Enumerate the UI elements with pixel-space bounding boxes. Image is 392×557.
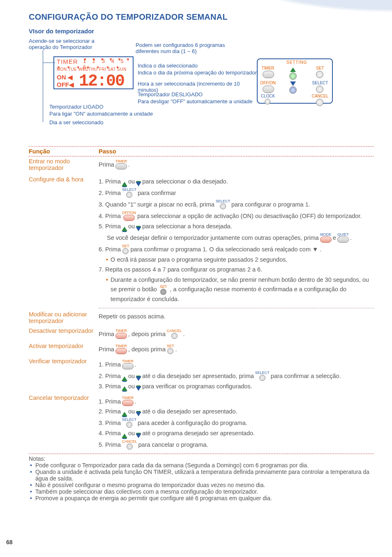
text: 5. Prima — [99, 222, 121, 231]
select-button-icon: SELECT — [122, 188, 136, 198]
clock-button[interactable] — [265, 99, 270, 104]
offon-button-icon: OFF/ON — [122, 211, 136, 221]
table-header-row: Função Passo — [29, 148, 374, 155]
text: . — [183, 330, 184, 339]
notes-title: Notas: — [29, 455, 374, 462]
divider — [29, 453, 374, 454]
timer-button-icon: TIMER — [115, 344, 127, 354]
timer-button-icon: TIMER — [122, 396, 134, 406]
text: 4. Prima — [99, 429, 121, 438]
cancel-button-icon: CANCEL — [167, 329, 182, 339]
text: até o dia desejado ser apresentado, prim… — [142, 372, 254, 381]
up-arrow-icon — [122, 182, 127, 186]
divider — [99, 308, 374, 309]
step-content: Repetir os passos acima. — [99, 311, 374, 324]
callout-next-day: Indica o dia da próxima operação do temp… — [138, 70, 257, 76]
cancel-button[interactable] — [316, 99, 323, 106]
text: 3. Prima — [99, 419, 121, 428]
text: ou — [128, 407, 135, 416]
step-content: 1. Prima TIMER. 2. Prima ou até o dia de… — [99, 395, 374, 451]
callout-timer-on: Acende-se se seleccionar a operação do T… — [29, 38, 111, 50]
note-item: Também pode seleccionar dias colectivos … — [29, 488, 374, 495]
down-arrow-icon — [290, 81, 296, 86]
text: ou — [128, 382, 135, 391]
text: . — [350, 234, 352, 243]
text: ou — [128, 372, 135, 381]
lcd-off: OFF◀ — [57, 81, 74, 88]
up-arrow-icon — [290, 67, 296, 72]
text: e — [333, 234, 336, 243]
lcd-days: MON TUE WEDTHU FRI SAT SUN — [57, 67, 127, 72]
connector-line — [43, 63, 55, 63]
text: 1. Prima — [99, 177, 121, 186]
label-offon: OFF/ON — [258, 81, 278, 85]
up-arrow-icon — [122, 376, 127, 381]
up-arrow-icon — [122, 227, 127, 231]
section-subtitle: VIsor do temporizador — [29, 28, 374, 35]
text: para seleccionar o dia desejado. — [142, 177, 228, 186]
select-button-icon: SELECT — [122, 418, 136, 428]
func-label: Verificar temporizador — [29, 358, 99, 392]
up-button[interactable] — [289, 72, 297, 80]
text: ou — [128, 222, 135, 231]
text: 3. Quando "1" surgir a piscar no ecrã, p… — [99, 200, 214, 209]
row-config-day-hour: Configure dia & hora 1. Prima ou para se… — [29, 176, 374, 305]
select-button-icon: SELECT — [255, 371, 270, 381]
up-arrow-icon — [122, 434, 127, 438]
text: 6. Prima — [99, 245, 121, 254]
set-button[interactable] — [316, 71, 323, 78]
callout-timer-off2: Para desligar "OFF" automaticamente a un… — [138, 98, 261, 104]
text: para configurar o programa 1. — [231, 200, 310, 209]
func-label: Entrar no modo temporizador — [29, 158, 99, 171]
row-disable-timer: Desactivar temporizador Prima TIMER, dep… — [29, 327, 374, 340]
select-button[interactable] — [316, 86, 323, 93]
text: até o dia desejado ser apresentado. — [142, 407, 237, 416]
lcd-on: ON ◀ — [57, 74, 73, 81]
offon-button[interactable] — [263, 86, 274, 93]
notes-section: Notas: Pode configurar o Temporizador pa… — [29, 455, 374, 501]
text: para confirmar o programa 1. O dia selec… — [131, 245, 322, 254]
down-button[interactable] — [289, 86, 297, 94]
text: Prima — [99, 345, 114, 354]
step-content: Prima TIMER, depois prima CANCEL . — [99, 327, 374, 340]
lcd-timer-label: TIMER — [57, 58, 78, 65]
timer-button[interactable] — [263, 71, 274, 78]
text: 4. Prima — [99, 212, 121, 221]
func-label: Activar temporizador — [29, 343, 99, 355]
down-arrow-icon — [136, 376, 141, 381]
up-arrow-icon — [122, 412, 127, 416]
text: 3. Prima — [99, 382, 121, 391]
up-arrow-icon — [122, 386, 127, 391]
text: para cancelar o programa. — [138, 441, 208, 450]
func-label: Modificar ou adicionar temporizador — [29, 311, 99, 324]
row-enable-timer: Activar temporizador Prima TIMER, depois… — [29, 343, 374, 355]
text: para aceder à configuração do programa. — [138, 419, 247, 428]
step-content: 1. Prima ou para seleccionar o dia desej… — [99, 176, 374, 305]
text: para verificar os programas configurados… — [142, 382, 252, 391]
down-arrow-icon — [136, 182, 141, 186]
func-label: Desactivar temporizador — [29, 327, 99, 340]
timer-button-icon: TIMER — [122, 359, 134, 369]
text: , depois prima — [128, 345, 166, 354]
lcd-display: ▼▼▼▼▼▼ TIMER 1 2 3 4 5 6 ▼▼▼▼▼▼▼ MON TUE… — [53, 56, 134, 89]
down-arrow-icon — [136, 386, 141, 391]
row-modify-timer: Modificar ou adicionar temporizador Repe… — [29, 311, 374, 324]
mode-button-icon: MODE — [320, 232, 332, 243]
text: ou — [128, 177, 135, 186]
note-item: Não é possível configurar o mesmo progra… — [29, 482, 374, 488]
func-label: Cancelar temporizador — [29, 395, 99, 451]
step-content: Prima TIMER . — [99, 158, 374, 171]
timer-button-icon: TIMER — [115, 329, 127, 339]
callout-programs: Podem ser configurados 6 programas difer… — [136, 42, 242, 54]
text: O ecrã irá passar para o programa seguin… — [111, 255, 287, 265]
select-button-icon: SELECT — [216, 199, 230, 209]
text: . — [135, 397, 136, 406]
label-setting: SETTING — [286, 60, 307, 65]
down-arrow-icon — [136, 227, 141, 231]
text: para seleccionar a opção de activação (O… — [137, 212, 362, 221]
note-item: Quando a unidade é activada pela função … — [29, 469, 374, 482]
row-cancel-timer: Cancelar temporizador 1. Prima TIMER. 2.… — [29, 395, 374, 451]
text: . — [128, 160, 130, 169]
func-label: Configure dia & hora — [29, 176, 99, 305]
row-verify-timer: Verificar temporizador 1. Prima TIMER. 2… — [29, 358, 374, 392]
